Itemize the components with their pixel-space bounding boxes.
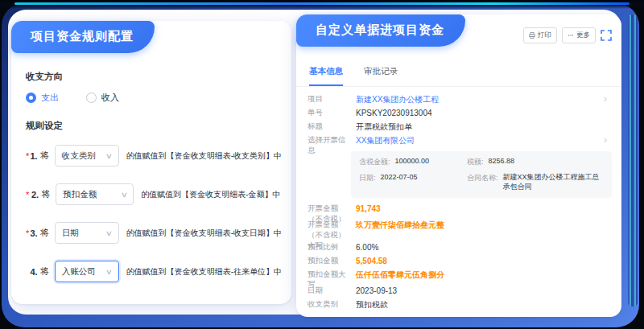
rule-number: 2. xyxy=(31,190,39,199)
field-value: 新建XX集团办公楼工程施工总承包合同 xyxy=(502,173,604,191)
field-value: 预扣税款 xyxy=(356,299,388,310)
field-value-highlight: 玖万壹仟柒佰肆拾叁元整 xyxy=(356,220,444,231)
field-label: 预扣比例 xyxy=(308,242,356,253)
custom-document-panel: 自定义单据进项目资金 打印 更多 基本信息 审批记录 项目 xyxy=(296,14,621,317)
field-value: 2022-07-05 xyxy=(381,173,418,183)
rule-suffix: 的值赋值到【资金收支明细表-收支类别】中 xyxy=(126,150,282,162)
invoice-company-link[interactable]: XX集团有限公司 xyxy=(356,135,415,146)
detail-form: 项目 新建XX集团办公楼工程 › 单号 KPSKY20230913004 标题 … xyxy=(308,92,612,310)
rule-verb: 将 xyxy=(40,150,49,162)
print-button[interactable]: 打印 xyxy=(523,27,557,43)
rule-3-field-select[interactable]: 日期 ∨ xyxy=(55,222,119,244)
field-value-highlight: 5,504.58 xyxy=(356,256,387,267)
more-button-label: 更多 xyxy=(576,31,590,40)
field-label: 项目 xyxy=(308,94,356,105)
rule-4-field-select[interactable]: 入账公司 ∨ xyxy=(55,261,119,282)
radio-income-label: 收入 xyxy=(101,92,119,104)
chevron-down-icon: ∨ xyxy=(105,229,113,237)
field-label: 预扣金额 xyxy=(308,256,356,266)
field-label: 收支类别 xyxy=(308,299,356,310)
more-button[interactable]: 更多 xyxy=(562,27,596,43)
field-label: 单号 xyxy=(308,108,356,118)
project-link[interactable]: 新建XX集团办公楼工程 xyxy=(356,94,439,105)
field-label: 含税金额: xyxy=(359,157,390,167)
chevron-down-icon: ∨ xyxy=(105,268,113,276)
field-label: 选择开票信息 xyxy=(308,135,356,156)
panel-title-left: 项目资金规则配置 xyxy=(11,21,155,53)
field-row-withholding-amount-caps: 预扣金额大写 伍仟伍佰零肆元伍角捌分 xyxy=(308,267,612,283)
radio-expense-label: 支出 xyxy=(41,92,59,104)
contract-amount-cell: 含税金额: 100000.00 xyxy=(359,157,460,167)
rule-row-4: 4. 将 入账公司 ∨ 的值赋值到【资金收支明细表-往来单位】中 xyxy=(26,261,282,282)
field-value: 2023-09-13 xyxy=(356,286,397,297)
field-label: 日期: xyxy=(359,173,376,183)
detail-tabs: 基本信息 审批记录 xyxy=(296,66,621,87)
rule-verb: 将 xyxy=(40,227,49,239)
rule-2-field-select[interactable]: 预扣金额 ∨ xyxy=(56,183,134,205)
contract-name-cell: 合同名称: 新建XX集团办公楼工程施工总承包合同 xyxy=(467,173,604,191)
chevron-right-icon[interactable]: › xyxy=(604,94,607,104)
select-value: 收支类别 xyxy=(62,150,96,162)
field-row-project: 项目 新建XX集团办公楼工程 › xyxy=(308,92,612,105)
chevron-down-icon: ∨ xyxy=(120,191,127,199)
rule-suffix: 的值赋值到【资金收支明细表-收支日期】中 xyxy=(126,228,282,239)
rule-number: 1. xyxy=(30,151,37,161)
field-row-doc-number: 单号 KPSKY20230913004 xyxy=(308,105,612,119)
chevron-right-icon[interactable]: › xyxy=(604,135,607,145)
tax-amount-cell: 税额: 8256.88 xyxy=(467,157,604,167)
field-value-highlight: 91,743 xyxy=(356,204,381,215)
rule-number: 4. xyxy=(30,267,37,277)
top-accent-line xyxy=(14,2,630,5)
rules-label: 规则设定 xyxy=(26,120,282,132)
select-value: 日期 xyxy=(62,228,79,239)
right-bezel-stripes xyxy=(628,14,638,306)
select-value: 入账公司 xyxy=(62,266,96,278)
field-row-invoice-amount-caps: 开票金额（不含税）大写 玖万壹仟柒佰肆拾叁元整 xyxy=(308,217,612,240)
rule-verb: 将 xyxy=(40,265,49,278)
field-label: 日期 xyxy=(308,286,356,296)
direction-radio-group: 支出 收入 xyxy=(26,92,282,104)
field-row-category: 收支类别 预扣税款 xyxy=(308,297,612,310)
field-label: 税额: xyxy=(467,157,484,167)
rule-row-2: * 2. 将 预扣金额 ∨ 的值赋值到【资金收支明细表-金额】中 xyxy=(26,183,282,205)
radio-expense[interactable]: 支出 xyxy=(26,92,59,104)
rule-number: 3. xyxy=(30,228,37,238)
rule-row-1: * 1. 将 收支类别 ∨ 的值赋值到【资金收支明细表-收支类别】中 xyxy=(26,145,282,167)
field-value: 8256.88 xyxy=(488,157,514,167)
fund-rule-config-panel: 项目资金规则配置 收支方向 支出 收入 规则设定 * 1. 将 收支类别 ∨ 的… xyxy=(11,21,291,304)
field-row-withholding-ratio: 预扣比例 6.00% xyxy=(308,240,612,253)
print-button-label: 打印 xyxy=(538,31,551,40)
rule-suffix: 的值赋值到【资金收支明细表-金额】中 xyxy=(141,189,280,200)
tab-basic-info[interactable]: 基本信息 xyxy=(309,66,343,86)
field-value: 100000.00 xyxy=(395,157,430,167)
field-value: KPSKY20230913004 xyxy=(356,108,432,119)
radio-income[interactable]: 收入 xyxy=(86,92,119,104)
field-row-invoice-info: 选择开票信息 XX集团有限公司 › xyxy=(308,133,612,149)
panel-toolbar: 打印 更多 xyxy=(523,27,612,43)
tab-approval-record[interactable]: 审批记录 xyxy=(364,66,398,86)
fullscreen-icon xyxy=(601,30,612,41)
direction-label: 收支方向 xyxy=(26,71,282,83)
rule-row-3: * 3. 将 日期 ∨ 的值赋值到【资金收支明细表-收支日期】中 xyxy=(26,222,282,244)
field-label: 标题 xyxy=(308,121,356,132)
rule-verb: 将 xyxy=(41,188,50,200)
select-value: 预扣金额 xyxy=(63,189,97,200)
field-row-invoice-amount: 开票金额（不含税） 91,743 xyxy=(308,201,612,217)
field-value-highlight: 伍仟伍佰零肆元伍角捌分 xyxy=(356,269,444,281)
radio-unselected-icon xyxy=(86,93,97,103)
more-icon xyxy=(568,32,574,39)
field-value: 开票税款预扣单 xyxy=(356,121,412,133)
radio-selected-icon xyxy=(26,93,36,103)
printer-icon xyxy=(529,32,535,39)
field-row-title: 标题 开票税款预扣单 xyxy=(308,119,612,133)
contract-info-box: 含税金额: 100000.00 税额: 8256.88 日期: 2022-07-… xyxy=(351,151,612,197)
field-value: 6.00% xyxy=(356,242,378,253)
contract-date-cell: 日期: 2022-07-05 xyxy=(359,173,460,191)
fullscreen-button[interactable] xyxy=(601,30,612,41)
field-row-date: 日期 2023-09-13 xyxy=(308,283,612,297)
rule-suffix: 的值赋值到【资金收支明细表-往来单位】中 xyxy=(126,266,282,278)
field-row-withholding-amount: 预扣金额 5,504.58 xyxy=(308,253,612,267)
field-label: 合同名称: xyxy=(467,173,498,183)
required-mark: * xyxy=(26,190,31,199)
rule-1-field-select[interactable]: 收支类别 ∨ xyxy=(55,145,119,167)
